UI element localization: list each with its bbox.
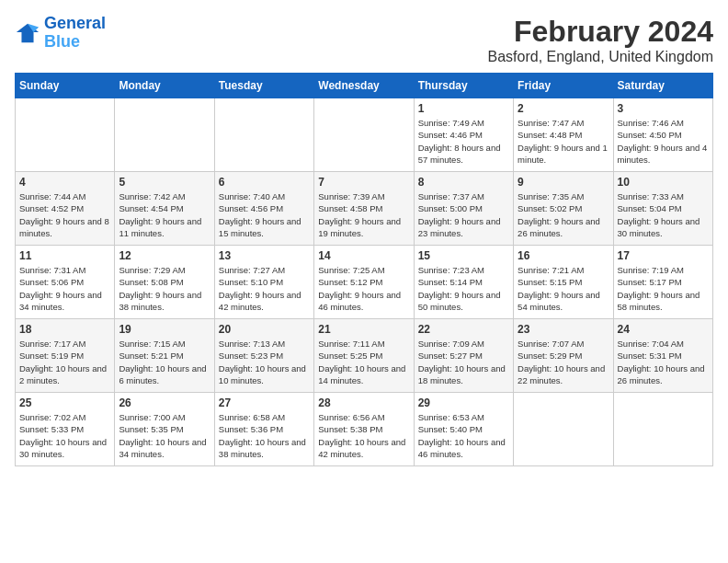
week-row: 25Sunrise: 7:02 AM Sunset: 5:33 PM Dayli… <box>16 393 713 466</box>
day-info: Sunrise: 6:53 AM Sunset: 5:40 PM Dayligh… <box>418 411 509 460</box>
day-info: Sunrise: 7:31 AM Sunset: 5:06 PM Dayligh… <box>19 264 110 313</box>
day-number: 12 <box>119 249 210 262</box>
day-info: Sunrise: 7:35 AM Sunset: 5:02 PM Dayligh… <box>518 190 609 239</box>
day-info: Sunrise: 7:00 AM Sunset: 5:35 PM Dayligh… <box>119 411 210 460</box>
day-number: 26 <box>119 396 210 409</box>
day-info: Sunrise: 7:40 AM Sunset: 4:56 PM Dayligh… <box>219 190 310 239</box>
logo: General Blue <box>15 15 106 52</box>
calendar-table: SundayMondayTuesdayWednesdayThursdayFrid… <box>15 73 713 466</box>
day-cell: 7Sunrise: 7:39 AM Sunset: 4:58 PM Daylig… <box>314 172 414 246</box>
day-number: 15 <box>418 249 509 262</box>
day-info: Sunrise: 7:15 AM Sunset: 5:21 PM Dayligh… <box>119 338 210 386</box>
day-info: Sunrise: 7:44 AM Sunset: 4:52 PM Dayligh… <box>19 190 110 239</box>
header-cell: Friday <box>514 74 613 98</box>
day-number: 1 <box>418 102 509 115</box>
day-cell: 28Sunrise: 6:56 AM Sunset: 5:38 PM Dayli… <box>314 393 414 466</box>
day-number: 2 <box>518 102 609 115</box>
day-cell: 29Sunrise: 6:53 AM Sunset: 5:40 PM Dayli… <box>414 393 513 466</box>
logo-icon <box>15 20 40 46</box>
day-cell <box>314 98 414 172</box>
day-number: 10 <box>618 176 709 189</box>
day-cell: 17Sunrise: 7:19 AM Sunset: 5:17 PM Dayli… <box>613 246 712 319</box>
day-number: 6 <box>219 176 310 189</box>
header-cell: Sunday <box>16 74 115 98</box>
day-number: 8 <box>418 176 509 189</box>
day-cell: 15Sunrise: 7:23 AM Sunset: 5:14 PM Dayli… <box>414 246 513 319</box>
day-info: Sunrise: 7:17 AM Sunset: 5:19 PM Dayligh… <box>19 338 110 386</box>
day-number: 27 <box>219 396 310 409</box>
day-cell: 18Sunrise: 7:17 AM Sunset: 5:19 PM Dayli… <box>16 319 115 393</box>
day-number: 5 <box>119 176 210 189</box>
day-number: 16 <box>518 249 609 262</box>
day-number: 24 <box>618 323 709 336</box>
day-info: Sunrise: 6:56 AM Sunset: 5:38 PM Dayligh… <box>318 411 409 460</box>
day-cell: 5Sunrise: 7:42 AM Sunset: 4:54 PM Daylig… <box>115 172 214 246</box>
day-number: 7 <box>318 176 409 189</box>
day-info: Sunrise: 7:04 AM Sunset: 5:31 PM Dayligh… <box>618 338 709 386</box>
day-number: 21 <box>318 323 409 336</box>
day-cell: 20Sunrise: 7:13 AM Sunset: 5:23 PM Dayli… <box>214 319 313 393</box>
day-info: Sunrise: 7:09 AM Sunset: 5:27 PM Dayligh… <box>418 338 509 386</box>
day-number: 20 <box>219 323 310 336</box>
header-cell: Wednesday <box>314 74 414 98</box>
day-info: Sunrise: 7:13 AM Sunset: 5:23 PM Dayligh… <box>219 338 310 386</box>
day-number: 9 <box>518 176 609 189</box>
day-cell <box>514 393 613 466</box>
day-info: Sunrise: 7:23 AM Sunset: 5:14 PM Dayligh… <box>418 264 509 313</box>
day-info: Sunrise: 7:49 AM Sunset: 4:46 PM Dayligh… <box>418 117 509 166</box>
day-info: Sunrise: 7:47 AM Sunset: 4:48 PM Dayligh… <box>518 117 609 166</box>
day-cell: 11Sunrise: 7:31 AM Sunset: 5:06 PM Dayli… <box>16 246 115 319</box>
day-cell: 25Sunrise: 7:02 AM Sunset: 5:33 PM Dayli… <box>16 393 115 466</box>
header-cell: Tuesday <box>214 74 313 98</box>
day-number: 25 <box>19 396 110 409</box>
day-cell: 6Sunrise: 7:40 AM Sunset: 4:56 PM Daylig… <box>214 172 313 246</box>
day-info: Sunrise: 7:27 AM Sunset: 5:10 PM Dayligh… <box>219 264 310 313</box>
day-cell: 22Sunrise: 7:09 AM Sunset: 5:27 PM Dayli… <box>414 319 513 393</box>
day-cell: 21Sunrise: 7:11 AM Sunset: 5:25 PM Dayli… <box>314 319 414 393</box>
day-number: 17 <box>618 249 709 262</box>
header-cell: Saturday <box>613 74 712 98</box>
day-info: Sunrise: 7:21 AM Sunset: 5:15 PM Dayligh… <box>518 264 609 313</box>
day-cell: 10Sunrise: 7:33 AM Sunset: 5:04 PM Dayli… <box>613 172 712 246</box>
day-info: Sunrise: 7:02 AM Sunset: 5:33 PM Dayligh… <box>19 411 110 460</box>
day-number: 3 <box>618 102 709 115</box>
day-number: 11 <box>19 249 110 262</box>
day-info: Sunrise: 7:42 AM Sunset: 4:54 PM Dayligh… <box>119 190 210 239</box>
day-info: Sunrise: 7:39 AM Sunset: 4:58 PM Dayligh… <box>318 190 409 239</box>
day-info: Sunrise: 7:37 AM Sunset: 5:00 PM Dayligh… <box>418 190 509 239</box>
day-cell: 26Sunrise: 7:00 AM Sunset: 5:35 PM Dayli… <box>115 393 214 466</box>
day-cell: 13Sunrise: 7:27 AM Sunset: 5:10 PM Dayli… <box>214 246 313 319</box>
day-number: 22 <box>418 323 509 336</box>
week-row: 4Sunrise: 7:44 AM Sunset: 4:52 PM Daylig… <box>16 172 713 246</box>
page-header: General Blue February 2024 Basford, Engl… <box>15 15 713 65</box>
day-cell: 3Sunrise: 7:46 AM Sunset: 4:50 PM Daylig… <box>613 98 712 172</box>
day-cell: 1Sunrise: 7:49 AM Sunset: 4:46 PM Daylig… <box>414 98 513 172</box>
day-number: 19 <box>119 323 210 336</box>
day-number: 13 <box>219 249 310 262</box>
header-row: SundayMondayTuesdayWednesdayThursdayFrid… <box>16 74 713 98</box>
day-cell: 23Sunrise: 7:07 AM Sunset: 5:29 PM Dayli… <box>514 319 613 393</box>
day-cell: 16Sunrise: 7:21 AM Sunset: 5:15 PM Dayli… <box>514 246 613 319</box>
day-info: Sunrise: 7:33 AM Sunset: 5:04 PM Dayligh… <box>618 190 709 239</box>
location: Basford, England, United Kingdom <box>488 49 713 65</box>
day-info: Sunrise: 7:07 AM Sunset: 5:29 PM Dayligh… <box>518 338 609 386</box>
day-cell <box>16 98 115 172</box>
week-row: 18Sunrise: 7:17 AM Sunset: 5:19 PM Dayli… <box>16 319 713 393</box>
day-number: 28 <box>318 396 409 409</box>
day-info: Sunrise: 6:58 AM Sunset: 5:36 PM Dayligh… <box>219 411 310 460</box>
day-cell: 2Sunrise: 7:47 AM Sunset: 4:48 PM Daylig… <box>514 98 613 172</box>
month-title: February 2024 <box>488 15 713 49</box>
day-number: 23 <box>518 323 609 336</box>
day-cell <box>115 98 214 172</box>
header-cell: Monday <box>115 74 214 98</box>
day-cell: 24Sunrise: 7:04 AM Sunset: 5:31 PM Dayli… <box>613 319 712 393</box>
logo-text: General Blue <box>44 15 106 52</box>
day-cell <box>214 98 313 172</box>
day-cell: 12Sunrise: 7:29 AM Sunset: 5:08 PM Dayli… <box>115 246 214 319</box>
day-number: 14 <box>318 249 409 262</box>
day-cell: 4Sunrise: 7:44 AM Sunset: 4:52 PM Daylig… <box>16 172 115 246</box>
day-info: Sunrise: 7:46 AM Sunset: 4:50 PM Dayligh… <box>618 117 709 166</box>
day-cell: 8Sunrise: 7:37 AM Sunset: 5:00 PM Daylig… <box>414 172 513 246</box>
title-block: February 2024 Basford, England, United K… <box>488 15 713 65</box>
day-cell: 27Sunrise: 6:58 AM Sunset: 5:36 PM Dayli… <box>214 393 313 466</box>
